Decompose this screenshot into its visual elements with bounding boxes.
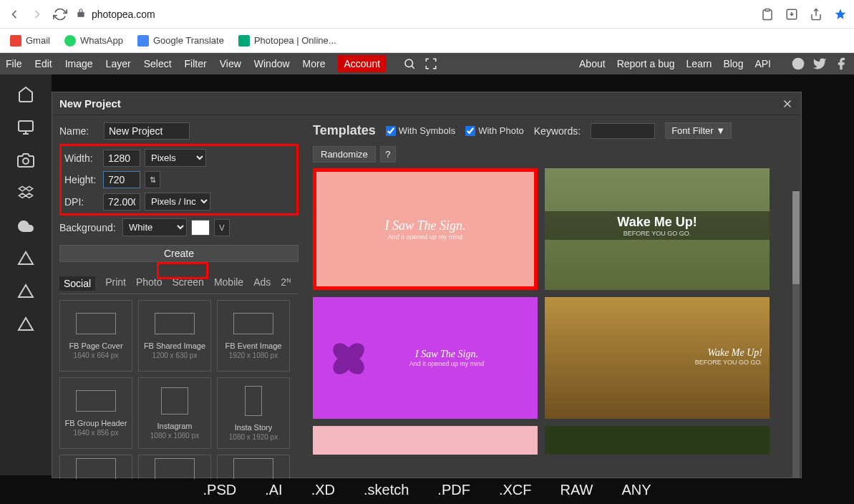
bookmark-star-icon[interactable] [834, 8, 847, 21]
template-preview[interactable]: I Saw The Sign. And it opened up my mind [313, 297, 538, 419]
dpi-unit-select[interactable]: Pixels / Inch [145, 193, 210, 210]
checkbox-label-text: With Photo [478, 125, 524, 136]
template-preview[interactable]: I Saw The Sign. And it opened up my mind [313, 168, 538, 290]
camera-icon[interactable] [17, 152, 34, 169]
file-type: .sketch [364, 482, 409, 498]
search-icon[interactable] [403, 57, 416, 70]
menu-filter[interactable]: Filter [185, 58, 207, 69]
tab-screen[interactable]: Screen [173, 276, 204, 291]
file-type: RAW [560, 482, 593, 498]
dpi-input[interactable] [103, 193, 140, 210]
template-item[interactable]: FB Page Cover1640 x 664 px [59, 300, 132, 372]
checkbox-input[interactable] [386, 126, 396, 136]
menu-account[interactable]: Account [338, 55, 386, 72]
template-item[interactable]: FB Group Header1640 x 856 px [59, 377, 132, 449]
file-type: .AI [265, 482, 282, 498]
cloud-icon[interactable] [17, 218, 34, 235]
scrollbar[interactable] [792, 191, 800, 478]
bg-v-button[interactable]: V [214, 219, 230, 236]
menu-blog[interactable]: Blog [723, 58, 743, 69]
bookmark-photopea[interactable]: Photopea | Online... [238, 35, 336, 47]
dialog-title: New Project [59, 97, 121, 110]
templates-title: Templates [313, 123, 376, 138]
swap-dimensions-button[interactable]: ⇅ [145, 171, 160, 188]
menu-window[interactable]: Window [254, 58, 290, 69]
width-input[interactable] [103, 150, 140, 167]
bookmark-translate[interactable]: Google Translate [137, 35, 224, 47]
with-symbols-checkbox[interactable]: With Symbols [386, 125, 455, 136]
bg-color-swatch[interactable] [191, 220, 210, 236]
template-preview[interactable] [313, 426, 538, 455]
clipboard-icon[interactable] [761, 8, 774, 21]
template-preview[interactable] [545, 426, 770, 455]
height-label: Height: [64, 174, 99, 185]
bookmark-gmail[interactable]: Gmail [10, 35, 50, 47]
menu-about[interactable]: About [579, 58, 606, 69]
address-bar[interactable]: photopea.com [76, 8, 155, 20]
menu-api[interactable]: API [754, 58, 771, 69]
template-item[interactable]: Instagram1080 x 1080 px [138, 377, 211, 449]
app-menu-bar: File Edit Image Layer Select Filter View… [0, 53, 854, 74]
template-preview[interactable]: Wake Me Up! BEFORE YOU GO GO. [545, 297, 770, 419]
reload-button[interactable] [53, 7, 67, 21]
home-icon[interactable] [17, 86, 34, 103]
template-item[interactable] [138, 455, 211, 479]
bg-select[interactable]: White [122, 218, 187, 236]
template-label: Instagram [157, 422, 193, 430]
menu-layer[interactable]: Layer [106, 58, 131, 69]
with-photo-checkbox[interactable]: With Photo [465, 125, 524, 136]
desktop-icon[interactable] [17, 119, 34, 136]
height-input[interactable] [103, 171, 140, 188]
tab-ads[interactable]: Ads [253, 276, 271, 291]
menu-report[interactable]: Report a bug [617, 58, 675, 69]
menu-more[interactable]: More [303, 58, 326, 69]
randomize-button[interactable]: Randomize [313, 146, 376, 163]
menu-learn[interactable]: Learn [686, 58, 712, 69]
template-item[interactable]: Insta Story1080 x 1920 px [217, 377, 290, 449]
drive-icon[interactable] [17, 251, 34, 268]
url-text: photopea.com [92, 9, 155, 20]
width-unit-select[interactable]: Pixels [145, 149, 206, 167]
template-label: FB Group Header [65, 419, 127, 427]
forward-button[interactable] [30, 7, 44, 21]
help-button[interactable]: ? [380, 146, 396, 163]
twitter-icon[interactable] [812, 57, 827, 71]
tab-photo[interactable]: Photo [136, 276, 162, 291]
template-item[interactable]: FB Event Image1920 x 1080 px [217, 300, 290, 372]
template-item[interactable] [217, 455, 290, 479]
dropbox-icon[interactable] [17, 185, 34, 202]
menu-select[interactable]: Select [144, 58, 172, 69]
keywords-input[interactable] [591, 123, 655, 139]
menu-edit[interactable]: Edit [35, 58, 52, 69]
preview-text: Wake Me Up! [695, 347, 762, 359]
create-button[interactable]: Create [59, 245, 299, 262]
font-filter-button[interactable]: Font Filter ▼ [665, 122, 732, 139]
preview-sub: And it opened up my mind [409, 360, 485, 367]
name-input[interactable] [104, 122, 190, 140]
fullscreen-icon[interactable] [424, 57, 437, 70]
tab-2n[interactable]: 2ᴺ [281, 276, 291, 291]
share-icon[interactable] [810, 8, 823, 21]
tab-mobile[interactable]: Mobile [214, 276, 243, 291]
install-icon[interactable] [785, 8, 798, 21]
template-label: FB Page Cover [69, 341, 122, 350]
reddit-icon[interactable] [791, 57, 805, 71]
tab-social[interactable]: Social [59, 276, 95, 291]
facebook-icon[interactable] [834, 57, 848, 71]
template-preview[interactable]: Wake Me Up! BEFORE YOU GO GO. [545, 168, 770, 290]
menu-view[interactable]: View [220, 58, 241, 69]
drive-icon-2[interactable] [17, 284, 34, 301]
preview-sub: And it opened up my mind [388, 233, 463, 241]
bookmark-label: Google Translate [153, 35, 224, 46]
menu-image[interactable]: Image [65, 58, 93, 69]
tab-print[interactable]: Print [105, 276, 126, 291]
template-item[interactable]: FB Shared Image1200 x 630 px [138, 300, 211, 372]
close-icon[interactable] [781, 97, 794, 110]
checkbox-input[interactable] [465, 126, 475, 136]
template-item[interactable] [59, 455, 132, 479]
bookmark-whatsapp[interactable]: WhatsApp [64, 35, 123, 47]
menu-file[interactable]: File [6, 58, 22, 69]
scrollbar-thumb[interactable] [792, 191, 800, 284]
drive-icon-3[interactable] [17, 316, 34, 334]
back-button[interactable] [7, 7, 21, 21]
